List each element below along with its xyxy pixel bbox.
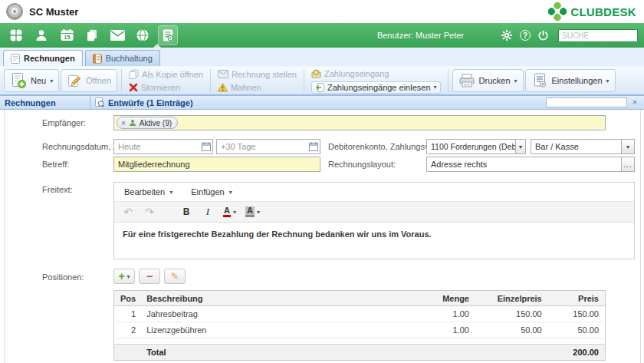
col-beschreibung[interactable]: Beschreibung — [142, 291, 406, 306]
mahnen-button[interactable]: Mahnen — [218, 82, 297, 93]
nav-mail-icon[interactable] — [107, 25, 127, 45]
tag-label: Aktive (9) — [140, 119, 172, 127]
nav-documents-icon[interactable] — [82, 25, 102, 45]
nav-home-clover-icon[interactable] — [6, 25, 26, 45]
als-kopie-oeffnen-button[interactable]: Als Kopie öffnen — [129, 69, 203, 80]
nav-website-globe-icon[interactable] — [133, 25, 153, 45]
position-cell-preis: 50.00 — [548, 322, 606, 338]
drucken-button[interactable]: Drucken▾ — [452, 69, 524, 92]
remove-position-button[interactable]: − — [139, 269, 160, 284]
clubdesk-brand: CLUBDESK — [548, 2, 636, 21]
date-picker-icon[interactable] — [307, 140, 320, 153]
zahlungseingaenge-einlesen-button[interactable]: Zahlungseingänge einlesen▾ — [311, 81, 441, 94]
empfaenger-field[interactable]: × Aktive (9) — [113, 115, 606, 130]
browse-ellipsis-icon[interactable]: ... — [621, 157, 634, 171]
chevron-down-icon[interactable]: ▾ — [515, 140, 525, 153]
settings-gear-icon[interactable] — [501, 29, 513, 41]
group-person-icon — [129, 119, 136, 127]
new-document-icon — [10, 72, 27, 89]
zahlungsweg-select[interactable]: Bar / Kasse ▾ — [531, 139, 635, 154]
positions-button-bar: +▾ − ✎ — [113, 269, 186, 284]
total-value: 200.00 — [548, 345, 606, 361]
total-row: Total 200.00 — [114, 345, 606, 361]
position-cell-einzelpreis: 150.00 — [475, 306, 548, 322]
position-cell-menge: 1.00 — [406, 306, 475, 322]
search-input[interactable] — [558, 29, 638, 42]
position-row[interactable]: 1Jahresbeitrag1.00150.00150.00 — [114, 306, 606, 322]
italic-button[interactable]: I — [202, 205, 214, 219]
einstellungen-button[interactable]: Einstellungen▾ — [525, 69, 616, 92]
neu-button[interactable]: Neu▾ — [4, 69, 59, 92]
undo-icon[interactable]: ↶ — [122, 205, 134, 219]
positions-header-row: Pos Beschreibung Menge Einzelpreis Preis — [114, 291, 606, 306]
nav-calendar-icon[interactable]: 15 — [57, 25, 77, 45]
positionen-label: Positionen: — [42, 272, 84, 282]
menu-einfuegen[interactable]: Einfügen▾ — [191, 187, 232, 196]
tab-strip: Rechnungen Buchhaltung — [0, 48, 644, 66]
total-label: Total — [142, 345, 406, 361]
positions-table: Pos Beschreibung Menge Einzelpreis Preis… — [113, 290, 606, 361]
user-label: Benutzer: Muster Peter — [377, 31, 464, 40]
oeffnen-button[interactable]: Öffnen — [61, 69, 117, 92]
freitext-editor: Bearbeiten▾ Einfügen▾ ↶ ↷ B I A▾ A▾ Für — [113, 182, 635, 259]
position-cell-menge: 1.00 — [406, 322, 475, 338]
col-preis[interactable]: Preis — [548, 291, 606, 306]
nav-invoices-icon[interactable] — [158, 25, 178, 45]
date-picker-icon[interactable] — [199, 140, 212, 153]
recipient-tag[interactable]: × Aktive (9) — [117, 117, 178, 129]
freitext-label: Freitext: — [42, 185, 73, 194]
panel-header-rechnungen[interactable]: Rechnungen — [0, 96, 90, 109]
menu-bearbeiten[interactable]: Bearbeiten▾ — [124, 187, 172, 196]
printer-icon — [458, 74, 475, 87]
chevron-down-icon[interactable]: ▾ — [621, 140, 634, 153]
position-row[interactable]: 2Lizenzgebühren1.0050.0050.00 — [114, 322, 606, 338]
panel-header: Rechnungen Entwürfe (1 Einträge) × — [0, 95, 644, 110]
betreff-label: Betreff: — [42, 160, 69, 169]
settings-doc-icon — [531, 72, 548, 89]
editor-menubar: Bearbeiten▾ Einfügen▾ — [114, 183, 634, 202]
zahlungseingang-button[interactable]: Zahlungseingang — [311, 68, 441, 79]
list-filter-input[interactable] — [546, 97, 627, 107]
club-logo: ✦ — [6, 3, 23, 20]
tag-remove-icon[interactable]: × — [121, 119, 126, 127]
zahlbar-bis-input[interactable]: +30 Tage — [216, 139, 320, 154]
invoice-toolbar: Neu▾ Öffnen Als Kopie öffnen — [0, 66, 644, 95]
edit-position-button[interactable]: ✎ — [164, 269, 186, 284]
import-icon — [315, 83, 324, 92]
col-pos[interactable]: Pos — [114, 291, 143, 306]
warning-icon — [218, 83, 228, 92]
logout-power-icon[interactable] — [537, 30, 549, 41]
col-menge[interactable]: Menge — [406, 291, 475, 306]
tab-rechnungen[interactable]: Rechnungen — [3, 50, 83, 66]
rechnungslayout-input[interactable]: Adresse rechts ... — [426, 157, 635, 172]
highlight-color-button[interactable]: A▾ — [245, 206, 260, 217]
invoice-form: Empfänger: × Aktive (9) Rechnungsdatum, … — [0, 110, 644, 363]
help-icon[interactable]: ? — [520, 30, 531, 41]
minus-icon: − — [146, 272, 153, 280]
send-invoice-icon — [218, 70, 228, 78]
title-bar: ✦ SC Muster CLUBDESK — [0, 0, 644, 23]
font-color-button[interactable]: A▾ — [223, 206, 236, 217]
rechnungsdatum-input[interactable]: Heute — [113, 139, 213, 154]
debitorenkonto-select[interactable]: 1100 Forderungen (Debitoren) ▾ — [426, 139, 526, 154]
tab-buchhaltung[interactable]: Buchhaltung — [85, 50, 160, 66]
rechnungslayout-label: Rechnungslayout: — [328, 160, 396, 169]
clubdesk-app: ✦ SC Muster CLUBDESK — [0, 0, 644, 363]
plus-icon: + — [118, 272, 124, 280]
bold-button[interactable]: B — [180, 205, 192, 219]
main-nav-bar: 15 — [0, 23, 644, 48]
nav-members-icon[interactable] — [31, 25, 51, 45]
stornieren-button[interactable]: Stornieren — [129, 82, 203, 93]
col-einzelpreis[interactable]: Einzelpreis — [475, 291, 548, 306]
edit-pencil-icon — [67, 73, 82, 88]
freitext-content[interactable]: Für eine fristgerechte Bezahlung der Rec… — [114, 223, 634, 246]
invoice-page-icon — [11, 54, 20, 64]
rechnung-stellen-button[interactable]: Rechnung stellen — [218, 69, 297, 80]
add-position-button[interactable]: +▾ — [113, 269, 135, 284]
brand-text: CLUBDESK — [570, 5, 636, 18]
betreff-input[interactable]: Mitgliederrechnung — [113, 157, 320, 172]
redo-icon[interactable]: ↷ — [143, 205, 156, 219]
panel-close-icon[interactable]: × — [629, 97, 640, 107]
cancel-x-icon — [129, 83, 138, 92]
empfaenger-label: Empfänger: — [42, 118, 86, 127]
